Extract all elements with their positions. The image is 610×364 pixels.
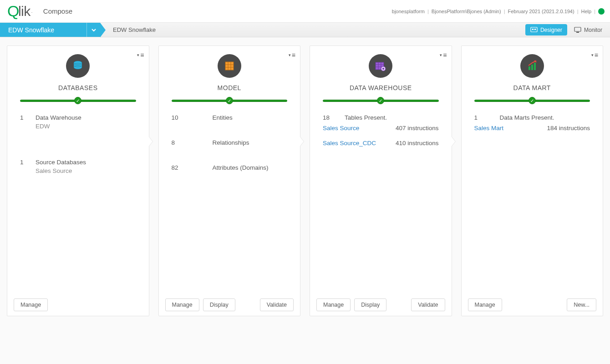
caret-down-icon: ▾ [591,53,594,57]
dm-sales-mart-link[interactable]: Sales Mart [474,125,504,131]
progress-bar: ✓ [172,100,288,104]
card-menu-dw[interactable]: ▾≡ [440,51,446,59]
card-model: ▾≡ MODEL ✓ 10 Entities [158,46,301,316]
dw-source-cdc-meta: 410 instructions [396,140,439,147]
card-title: MODEL [218,84,241,91]
manage-button[interactable]: Manage [316,298,351,311]
caret-down-icon: ▾ [289,53,291,57]
notifications-icon[interactable] [598,8,605,15]
card-header: DATA MART [462,46,603,91]
database-icon [66,54,90,78]
monitor-mode-label: Monitor [584,27,602,33]
separator: | [427,9,429,14]
app-header: Qlik. Compose bjonesplatform | BjonesPla… [0,0,610,23]
display-button[interactable]: Display [203,298,235,311]
card-title: DATA MART [513,84,551,91]
card-footer: Manage [7,294,149,316]
dw-source-meta: 407 instructions [396,125,439,131]
logo-q-icon: Q [7,2,19,20]
breadcrumb-secondary-label: EDW Snowflake [113,26,156,33]
card-footer: Manage New... [462,294,603,316]
validate-button[interactable]: Validate [260,298,294,311]
entities-label: Entities [213,114,233,121]
card-data-mart: ▾≡ DATA MART ✓ 1 Data Marts Present. [461,46,604,316]
caret-down-icon: ▾ [137,53,139,57]
dw-source-cdc-link[interactable]: Sales Source_CDC [323,140,376,147]
menu-lines-icon: ≡ [443,51,446,59]
chevron-down-icon [91,27,97,33]
dm-sales-mart-meta: 184 instructions [547,125,590,131]
src-count: 1 [20,159,36,166]
svg-rect-4 [576,32,579,33]
card-title: DATABASES [58,84,97,91]
logo: Qlik. [7,2,32,20]
monitor-icon [574,27,581,33]
card-header: MODEL [159,46,300,91]
model-icon [218,54,241,78]
entities-count: 10 [172,114,213,121]
card-body: 1 Data Marts Present. Sales Mart 184 ins… [462,104,603,294]
rel-label: Relationships [213,139,249,146]
card-menu-model[interactable]: ▾≡ [289,51,295,59]
dw-source-link[interactable]: Sales Source [323,125,359,131]
svg-rect-0 [531,27,537,32]
new-button[interactable]: New... [567,298,596,311]
src-sublabel: Sales Source [36,167,136,174]
app-name: Compose [43,7,72,15]
help-link[interactable]: Help [581,9,592,14]
marts-label: Data Marts Present. [500,114,554,121]
dw-count: 1 [20,114,36,121]
monitor-mode-button[interactable]: Monitor [569,24,607,35]
src-label: Source Databases [36,159,86,166]
svg-rect-22 [531,65,533,70]
card-title: DATA WAREHOUSE [350,84,412,91]
breadcrumb-bar: EDW Snowflake EDW Snowflake Designer Mon… [0,23,610,37]
version-label: February 2021 (2021.2.0.194) [508,9,574,14]
logo-text: lik [18,4,30,19]
card-menu-databases[interactable]: ▾≡ [137,51,143,59]
attr-label: Attributes (Domains) [213,164,269,171]
svg-point-20 [382,68,384,70]
breadcrumb-secondary[interactable]: EDW Snowflake [100,23,164,37]
validate-button[interactable]: Validate [411,298,445,311]
tables-count: 18 [323,114,345,121]
card-data-warehouse: ▾≡ DATA WAREHOUSE ✓ 18 [310,46,452,316]
designer-mode-label: Designer [540,27,562,33]
rel-count: 8 [172,139,213,146]
check-icon: ✓ [74,97,81,104]
card-menu-dm[interactable]: ▾≡ [591,51,597,59]
workspace: ▾≡ DATABASES ✓ 1 Data Warehouse [0,37,610,324]
card-body: 10 Entities 8 Relationships 82 Attribute… [159,104,300,294]
header-right: bjonesplatform | BjonesPlatform\Bjones (… [392,8,605,15]
card-header: DATA WAREHOUSE [310,46,452,91]
card-body: 18 Tables Present. Sales Source 407 inst… [310,104,452,294]
mode-switcher: Designer Monitor [525,23,610,37]
svg-rect-21 [529,66,530,70]
platform-label[interactable]: bjonesplatform [392,9,425,14]
breadcrumb-primary[interactable]: EDW Snowflake [0,23,86,37]
card-footer: Manage Display Validate [310,294,452,316]
card-databases: ▾≡ DATABASES ✓ 1 Data Warehouse [7,46,149,316]
svg-rect-2 [534,29,536,30]
user-label[interactable]: BjonesPlatform\Bjones (Admin) [432,9,501,14]
svg-rect-1 [532,29,534,30]
progress-bar: ✓ [323,100,439,104]
separator: | [577,9,579,14]
check-icon: ✓ [377,97,384,104]
manage-button[interactable]: Manage [468,298,502,311]
dw-label: Data Warehouse [36,114,81,121]
card-header: DATABASES [7,46,149,91]
menu-lines-icon: ≡ [140,51,143,59]
manage-button[interactable]: Manage [165,298,199,311]
card-body: 1 Data Warehouse EDW 1 Source Databases … [7,104,149,294]
attr-count: 82 [172,164,213,171]
manage-button[interactable]: Manage [14,298,48,311]
display-button[interactable]: Display [354,298,386,311]
svg-rect-3 [574,27,581,31]
designer-mode-button[interactable]: Designer [525,24,567,35]
check-icon: ✓ [226,97,233,104]
breadcrumb-dropdown[interactable] [86,23,100,37]
caret-down-icon: ▾ [440,53,442,57]
logo-trademark: . [31,9,32,14]
breadcrumb-primary-label: EDW Snowflake [8,26,54,34]
